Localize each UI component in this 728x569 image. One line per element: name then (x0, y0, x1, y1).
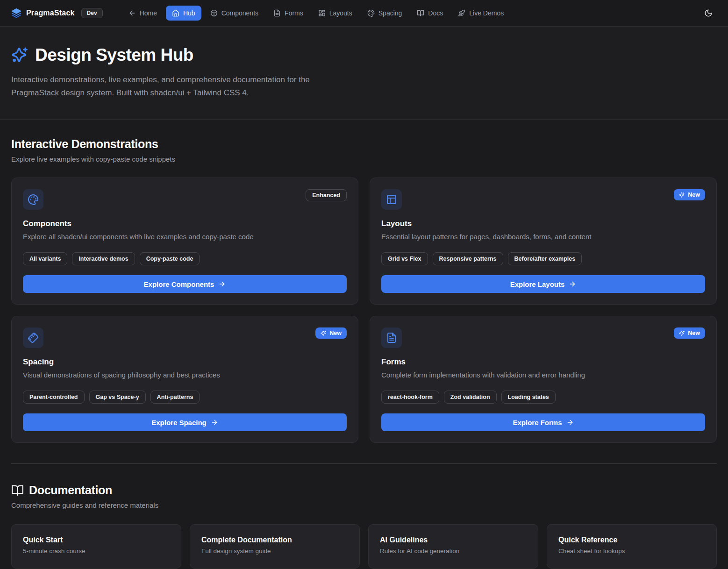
badge-label: New (329, 330, 342, 336)
nav-item-docs[interactable]: Docs (411, 6, 449, 21)
documentation-section: Documentation Comprehensive guides and r… (11, 464, 717, 569)
demo-card-spacing: New Spacing Visual demonstrations of spa… (11, 316, 358, 443)
nav-item-components[interactable]: Components (204, 6, 264, 21)
card-title: Spacing (23, 357, 347, 367)
page-subtitle: Interactive demonstrations, live example… (11, 73, 359, 100)
tag: Loading states (501, 391, 556, 404)
dev-badge: Dev (81, 8, 103, 18)
ruler-icon (23, 327, 43, 348)
nav-item-label: Components (221, 9, 258, 17)
tag: Copy-paste code (140, 252, 200, 265)
documentation-subheading: Comprehensive guides and reference mater… (11, 501, 717, 509)
sparkles-icon (321, 330, 327, 336)
cta-label: Explore Forms (513, 419, 562, 427)
doc-card-title: Complete Documentation (201, 536, 348, 544)
palette-icon (23, 189, 43, 210)
tag-row: Parent-controlled Gap vs Space-y Anti-pa… (23, 391, 347, 404)
nav-item-label: Layouts (329, 9, 352, 17)
nav-item-live-demos[interactable]: Live Demos (452, 6, 510, 21)
book-open-icon (11, 484, 24, 497)
moon-icon (704, 9, 713, 17)
main-nav: Home Hub Components Forms Layouts (122, 6, 510, 21)
card-description: Complete form implementations with valid… (381, 370, 705, 380)
tag-row: Grid vs Flex Responsive patterns Before/… (381, 252, 705, 265)
demo-card-grid: Enhanced Components Explore all shadcn/u… (11, 178, 717, 443)
nav-item-label: Home (140, 9, 157, 17)
doc-card-description: Cheat sheet for lookups (558, 548, 705, 555)
card-description: Essential layout patterns for pages, das… (381, 232, 705, 242)
doc-card-title: Quick Reference (558, 536, 705, 544)
arrow-right-icon (218, 280, 226, 288)
doc-card-complete-documentation[interactable]: Complete Documentation Full design syste… (190, 524, 360, 569)
documentation-heading: Documentation (29, 484, 112, 497)
badge-label: New (688, 330, 700, 336)
card-title: Forms (381, 357, 705, 367)
panels-top-left-icon (381, 189, 402, 210)
interactive-demos-section: Interactive Demonstrations Explore live … (11, 120, 717, 443)
rocket-icon (458, 9, 465, 17)
card-title: Layouts (381, 219, 705, 228)
demo-card-components: Enhanced Components Explore all shadcn/u… (11, 178, 358, 305)
explore-layouts-button[interactable]: Explore Layouts (381, 275, 705, 293)
nav-item-layouts[interactable]: Layouts (312, 6, 358, 21)
doc-card-grid: Quick Start 5-minute crash course Comple… (11, 524, 717, 569)
house-icon (172, 9, 179, 17)
new-badge: New (674, 189, 705, 200)
doc-card-description: Rules for AI code generation (380, 548, 527, 555)
doc-card-title: Quick Start (23, 536, 170, 544)
hero-section: Design System Hub Interactive demonstrat… (0, 27, 728, 120)
doc-card-title: AI Guidelines (380, 536, 527, 544)
nav-item-spacing[interactable]: Spacing (361, 6, 408, 21)
brand-name: PragmaStack (26, 9, 75, 17)
explore-spacing-button[interactable]: Explore Spacing (23, 413, 347, 431)
theme-toggle-button[interactable] (700, 5, 717, 21)
brand[interactable]: PragmaStack Dev (11, 8, 103, 18)
arrow-right-icon (569, 280, 576, 288)
cta-label: Explore Components (144, 280, 214, 288)
nav-item-hub[interactable]: Hub (166, 6, 201, 21)
tag: Grid vs Flex (381, 252, 428, 265)
sparkles-icon (11, 46, 29, 64)
doc-card-quick-start[interactable]: Quick Start 5-minute crash course (11, 524, 181, 569)
doc-card-description: Full design system guide (201, 548, 348, 555)
tag: react-hook-form (381, 391, 439, 404)
demo-card-forms: New Forms Complete form implementations … (370, 316, 717, 443)
arrow-left-icon (128, 9, 136, 17)
arrow-right-icon (566, 419, 574, 426)
tag-row: react-hook-form Zod validation Loading s… (381, 391, 705, 404)
card-title: Components (23, 219, 347, 228)
tag: Before/after examples (508, 252, 582, 265)
file-text-icon (381, 327, 402, 348)
nav-item-label: Forms (285, 9, 303, 17)
box-icon (210, 9, 218, 17)
enhanced-badge: Enhanced (306, 189, 347, 201)
demos-heading: Interactive Demonstrations (11, 137, 717, 151)
badge-label: New (688, 192, 700, 198)
tag: All variants (23, 252, 67, 265)
explore-components-button[interactable]: Explore Components (23, 275, 347, 293)
tag-row: All variants Interactive demos Copy-past… (23, 252, 347, 265)
doc-card-ai-guidelines[interactable]: AI Guidelines Rules for AI code generati… (368, 524, 538, 569)
new-badge: New (315, 327, 347, 339)
layers-logo-icon (11, 8, 21, 18)
arrow-right-icon (211, 419, 218, 426)
top-navbar: PragmaStack Dev Home Hub Components Fo (0, 0, 728, 27)
tag: Zod validation (444, 391, 497, 404)
card-description: Visual demonstrations of spacing philoso… (23, 370, 347, 380)
sparkles-icon (679, 330, 685, 336)
book-open-icon (417, 9, 424, 17)
nav-item-label: Hub (183, 9, 195, 17)
explore-forms-button[interactable]: Explore Forms (381, 413, 705, 431)
file-text-icon (273, 9, 281, 17)
demo-card-layouts: New Layouts Essential layout patterns fo… (370, 178, 717, 305)
nav-item-home[interactable]: Home (122, 6, 163, 21)
tag: Parent-controlled (23, 391, 85, 404)
cta-label: Explore Layouts (510, 280, 565, 288)
tag: Anti-patterns (150, 391, 200, 404)
sparkles-icon (679, 192, 685, 198)
demos-subheading: Explore live examples with copy-paste co… (11, 155, 717, 163)
doc-card-quick-reference[interactable]: Quick Reference Cheat sheet for lookups (547, 524, 717, 569)
page-title: Design System Hub (35, 45, 193, 65)
nav-item-label: Live Demos (469, 9, 504, 17)
nav-item-forms[interactable]: Forms (267, 6, 309, 21)
